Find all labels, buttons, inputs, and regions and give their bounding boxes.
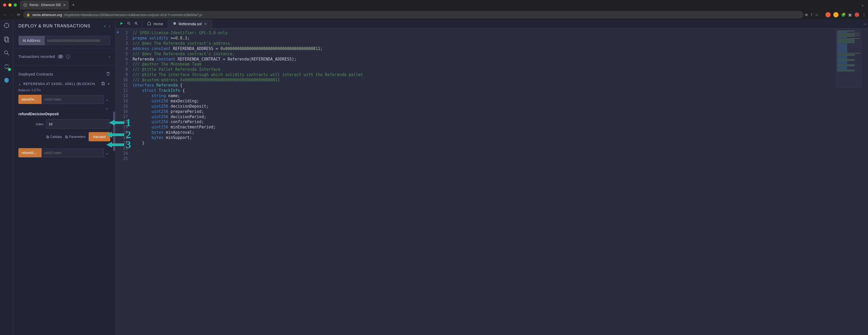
svg-point-3 xyxy=(4,51,8,54)
browser-tab-bar: Remix - Ethereum IDE ✕ + ⌄ xyxy=(0,0,868,10)
param-label: index: xyxy=(19,122,44,126)
param-row-index: index: xyxy=(19,119,110,129)
close-tab-icon[interactable]: ✕ xyxy=(63,3,66,7)
zoom-in-icon[interactable] xyxy=(134,21,138,26)
copy-calldata-button[interactable]: Calldata xyxy=(46,135,62,139)
window-controls[interactable] xyxy=(3,3,17,7)
copy-parameters-button[interactable]: Parameters xyxy=(65,135,86,139)
function-name-label: refundDecisionDeposit xyxy=(19,112,110,116)
share-icon[interactable]: ⤴ xyxy=(811,12,812,17)
deploy-panel: DEPLOY & RUN TRANSACTIONS ✓ › At Address… xyxy=(13,20,116,335)
svg-rect-6 xyxy=(46,136,48,138)
tab-overflow-icon[interactable]: ⌄ xyxy=(861,3,864,7)
tx-recorded-label: Transactions recorded xyxy=(19,55,55,59)
function-button[interactable]: refundSub... xyxy=(19,148,41,157)
address-bar: ← → ⟳ 🔒 remix.ethereum.org/#optimize=fal… xyxy=(0,10,868,20)
tab-referenda[interactable]: Referenda.sol ✕ xyxy=(168,20,212,28)
contract-instance-row[interactable]: ⌄ REFERENDA AT 0X000...00811 (BLOCKCH. ✕ xyxy=(19,79,110,88)
tab-home[interactable]: Home xyxy=(142,20,168,28)
reload-button[interactable]: ⟳ xyxy=(16,12,22,17)
editor-tab-bar: Home Referenda.sol ✕ ↔ xyxy=(116,20,868,28)
at-address-button[interactable]: At Address xyxy=(19,36,45,45)
line-gutter: 1234567891011121314151617181920212223242… xyxy=(116,28,132,335)
close-tab-icon[interactable]: ✕ xyxy=(204,22,207,26)
side-panel-icon[interactable]: ▣ xyxy=(848,12,852,17)
editor-scrollbar[interactable] xyxy=(864,28,868,335)
svg-rect-4 xyxy=(102,82,104,85)
app: ✓ DEPLOY & RUN TRANSACTIONS ✓ › At Addre… xyxy=(0,20,868,335)
chevron-up-icon[interactable]: ⌃ xyxy=(104,108,110,112)
deploy-icon[interactable] xyxy=(3,76,10,84)
url-input[interactable]: 🔒 remix.ethereum.org/#optimize=false&run… xyxy=(23,11,803,19)
at-address-input[interactable] xyxy=(45,36,110,45)
play-icon[interactable] xyxy=(119,21,124,26)
function-row-placeDecision: placeDecis... ⌄ xyxy=(19,95,110,104)
chevron-right-icon[interactable]: › xyxy=(109,24,110,28)
close-icon[interactable]: ✕ xyxy=(107,82,110,86)
search-icon[interactable]: ⊕ xyxy=(805,12,808,17)
nav-arrows: ← → ⟳ xyxy=(2,12,22,17)
compiler-icon[interactable]: ✓ xyxy=(3,63,10,70)
function-args-input[interactable] xyxy=(41,148,104,157)
run-controls xyxy=(116,20,142,28)
search-icon[interactable] xyxy=(3,49,10,57)
breakpoint-indicator[interactable] xyxy=(117,31,119,33)
panel-status: ✓ › xyxy=(104,24,110,28)
favicon-icon xyxy=(23,3,27,7)
maximize-window-icon[interactable] xyxy=(14,3,17,7)
svg-rect-2 xyxy=(5,38,9,42)
trash-icon[interactable] xyxy=(106,71,110,77)
chevron-down-icon[interactable]: ⌄ xyxy=(19,82,21,86)
panel-header: DEPLOY & RUN TRANSACTIONS ✓ › xyxy=(13,20,116,31)
home-icon xyxy=(147,21,151,26)
back-button[interactable]: ← xyxy=(2,12,8,17)
url-path: /#optimize=false&runs=200&evmVersion=nul… xyxy=(64,13,202,17)
scrollbar-thumb[interactable] xyxy=(113,112,115,151)
chevron-right-icon[interactable]: › xyxy=(109,55,110,59)
new-tab-button[interactable]: + xyxy=(72,3,74,7)
param-input-index[interactable] xyxy=(46,119,110,129)
minimap[interactable] xyxy=(836,30,861,88)
url-domain: remix.ethereum.org xyxy=(32,13,62,17)
expand-icon[interactable]: ↔ xyxy=(862,20,868,28)
extension-icon[interactable] xyxy=(833,12,839,18)
menu-icon[interactable]: ⋮ xyxy=(862,12,866,17)
function-button[interactable]: placeDecis... xyxy=(19,95,41,104)
browser-tab[interactable]: Remix - Ethereum IDE ✕ xyxy=(20,1,69,9)
info-icon[interactable]: i xyxy=(66,55,70,59)
minimize-window-icon[interactable] xyxy=(8,3,11,7)
code-editor[interactable]: 1234567891011121314151617181920212223242… xyxy=(116,28,868,335)
svg-rect-9 xyxy=(66,136,68,138)
file-explorer-icon[interactable] xyxy=(3,35,10,43)
panel-scrollbar[interactable] xyxy=(113,96,116,180)
browser-chrome: Remix - Ethereum IDE ✕ + ⌄ ← → ⟳ 🔒 remix… xyxy=(0,0,868,20)
bookmark-icon[interactable]: ☆ xyxy=(815,12,818,17)
svg-rect-5 xyxy=(102,83,104,85)
check-icon: ✓ xyxy=(104,24,107,28)
function-args-input[interactable] xyxy=(41,95,104,104)
tx-count-badge: 0 xyxy=(58,55,64,59)
zoom-out-icon[interactable] xyxy=(127,21,131,26)
deployed-contracts-section: Deployed Contracts ⌄ REFERENDA AT 0X000.… xyxy=(13,65,116,163)
svg-rect-7 xyxy=(47,136,49,138)
chevron-down-icon[interactable]: ⌄ xyxy=(104,151,110,155)
contract-balance: Balance: 0 ETH xyxy=(19,88,110,95)
extensions-icon[interactable]: 🧩 xyxy=(841,12,846,17)
deployed-title: Deployed Contracts xyxy=(19,72,53,76)
close-window-icon[interactable] xyxy=(3,3,6,7)
remix-logo-icon[interactable] xyxy=(3,22,10,29)
forward-button[interactable]: → xyxy=(9,12,15,17)
panel-title: DEPLOY & RUN TRANSACTIONS xyxy=(19,24,90,28)
function-row-refundSub: refundSub... ⌄ xyxy=(19,148,110,157)
tab-label: Home xyxy=(153,22,163,26)
extension-icon[interactable] xyxy=(826,12,831,18)
profile-avatar[interactable] xyxy=(854,12,860,18)
code-content[interactable]: // SPDX-License-Identifier: GPL-3.0-only… xyxy=(132,28,363,335)
transact-button[interactable]: transact xyxy=(89,132,110,141)
svg-rect-1 xyxy=(4,37,8,41)
chevron-down-icon[interactable]: ⌄ xyxy=(104,97,110,101)
copy-icon[interactable] xyxy=(101,81,105,86)
solidity-file-icon xyxy=(173,22,177,26)
main-area: Home Referenda.sol ✕ ↔ 12345678910111213… xyxy=(116,20,868,335)
tx-recorded-section: Transactions recorded 0 i › xyxy=(13,48,116,65)
